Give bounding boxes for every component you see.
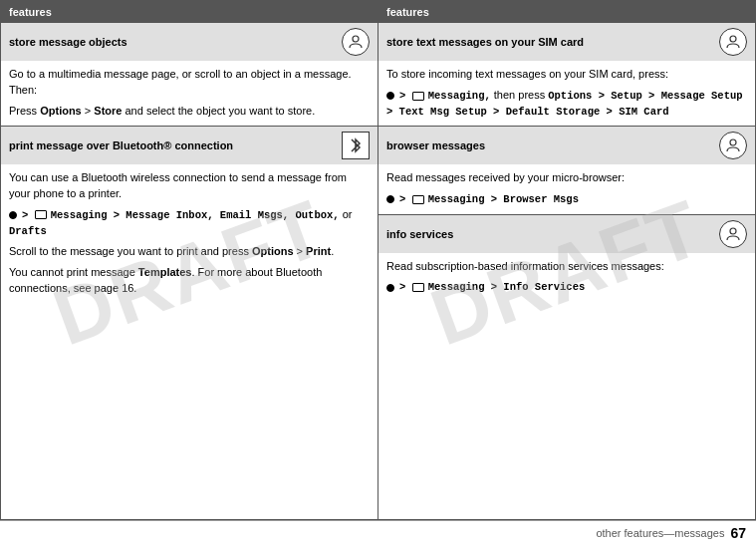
nav-dot-3 <box>386 195 394 203</box>
section-store-message-objects-title: store message objects <box>9 36 336 48</box>
section-browser-messages-header: browser messages <box>378 127 755 164</box>
section-browser-messages: browser messages Read messages received … <box>378 127 755 214</box>
content-area: features store message objects <box>0 0 756 520</box>
info-nav1: > Messaging > Info Services <box>386 279 747 295</box>
left-header-label: features <box>9 6 52 18</box>
info-line1: Read subscription-based information serv… <box>386 259 747 275</box>
nav-dot-1 <box>9 211 17 219</box>
store-msg-line1: Go to a multimedia message page, or scro… <box>9 67 370 99</box>
svg-point-0 <box>353 36 359 42</box>
section-browser-messages-body: Read messages received by your micro-bro… <box>378 164 755 213</box>
svg-point-1 <box>730 36 736 42</box>
section-store-text-sim-header: store text messages on your SIM card <box>378 23 755 61</box>
person-circle-icon-4 <box>719 220 747 248</box>
person-icon-2 <box>719 28 747 56</box>
section-store-text-sim-title: store text messages on your SIM card <box>386 36 713 48</box>
bt-line3: You cannot print message Templates. For … <box>9 265 370 297</box>
browser-line1: Read messages received by your micro-bro… <box>386 170 747 186</box>
section-store-message-objects: store message objects Go to a multimedia… <box>1 23 378 127</box>
section-print-bluetooth: print message over Bluetooth® connection… <box>1 127 378 519</box>
svg-point-3 <box>730 228 736 234</box>
section-print-bluetooth-body: You can use a Bluetooth wireless connect… <box>1 164 378 303</box>
person-icon-3 <box>719 132 747 159</box>
right-header-label: features <box>386 6 429 18</box>
left-column: features store message objects <box>1 1 378 519</box>
bluetooth-icon <box>342 132 370 159</box>
browser-nav1: > Messaging > Browser Msgs <box>386 191 747 207</box>
section-print-bluetooth-title: print message over Bluetooth® connection <box>9 139 336 151</box>
right-column-header: features <box>378 1 755 23</box>
right-column: features store text messages on your SIM… <box>378 1 755 519</box>
person-icon-4 <box>719 220 747 248</box>
msg-envelope-icon-1 <box>35 210 47 219</box>
footer-bar: other features—messages 67 <box>0 520 756 545</box>
svg-point-2 <box>730 139 736 145</box>
footer-page-number: 67 <box>730 525 746 541</box>
sim-line1: To store incoming text messages on your … <box>386 67 747 83</box>
person-icon-1 <box>342 28 370 56</box>
bluetooth-icon-container <box>342 132 370 159</box>
section-info-services-body: Read subscription-based information serv… <box>378 253 755 302</box>
store-msg-line2: Press Options > Store and select the obj… <box>9 104 370 120</box>
section-store-message-objects-body: Go to a multimedia message page, or scro… <box>1 61 378 126</box>
section-store-text-sim-body: To store incoming text messages on your … <box>378 61 755 126</box>
msg-envelope-icon-3 <box>412 195 424 204</box>
section-store-text-sim: store text messages on your SIM card To … <box>378 23 755 127</box>
nav-dot-4 <box>386 284 394 292</box>
msg-envelope-icon-2 <box>412 92 424 101</box>
section-info-services-title: info services <box>386 228 713 240</box>
section-print-bluetooth-header: print message over Bluetooth® connection <box>1 127 378 164</box>
person-circle-icon-3 <box>719 132 747 159</box>
person-circle-icon-1 <box>342 28 370 56</box>
section-info-services: info services Read subscription-based in… <box>378 215 755 519</box>
bt-line1: You can use a Bluetooth wireless connect… <box>9 170 370 202</box>
msg-envelope-icon-4 <box>412 283 424 292</box>
nav-dot-2 <box>386 92 394 100</box>
left-column-header: features <box>1 1 378 23</box>
bt-nav1: > Messaging > Message Inbox, Email Msgs,… <box>9 207 370 239</box>
section-store-message-objects-header: store message objects <box>1 23 378 61</box>
bt-line2: Scroll to the message you want to print … <box>9 244 370 260</box>
section-browser-messages-title: browser messages <box>386 139 713 151</box>
person-circle-icon-2 <box>719 28 747 56</box>
section-info-services-header: info services <box>378 215 755 253</box>
footer-page-label: other features—messages <box>596 527 724 539</box>
sim-nav1: > Messaging, then press Options > Setup … <box>386 88 747 120</box>
page-container: features store message objects <box>0 0 756 545</box>
